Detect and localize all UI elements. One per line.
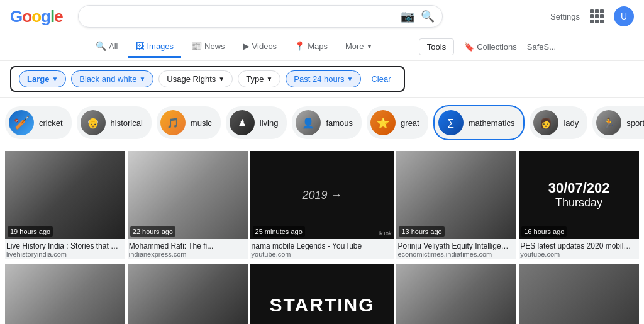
image-title-4: Porinju Veliyath Equity Intelligence ...	[397, 242, 511, 250]
chip-lady[interactable]: 👩 lady	[530, 106, 587, 139]
tab-maps[interactable]: 📍 Maps	[287, 36, 335, 58]
time-filter[interactable]: Past 24 hours ▼	[286, 70, 361, 87]
chevron-down-icon: ▼	[139, 75, 145, 82]
image-info-2: Mohammed Rafi: The fi... indianexpress.c…	[128, 239, 248, 259]
usage-filter[interactable]: Usage Rights ▼	[158, 70, 233, 87]
size-filter[interactable]: Large ▼	[19, 70, 66, 87]
tools-button[interactable]: Tools	[419, 38, 454, 55]
image-grid-row1: 19 hours ago Live History India : Storie…	[0, 148, 644, 262]
mathematics-chip-avatar: ∑	[438, 110, 464, 135]
image-source-1: livehistoryindia.com	[6, 250, 124, 258]
living-chip-avatar: ♟	[230, 110, 255, 135]
chip-famous[interactable]: 👤 famous	[292, 106, 362, 139]
sports-chip-avatar: 🏃	[596, 110, 621, 135]
search-input[interactable]: legends in india	[86, 11, 396, 22]
chevron-down-icon: ▼	[266, 75, 272, 82]
safesearch-link[interactable]: SafeS...	[527, 42, 556, 52]
header-right: Settings U	[550, 6, 634, 26]
timestamp-4: 13 hours ago	[399, 226, 444, 237]
image-item-7[interactable]: 21 hours ago	[128, 264, 248, 324]
tab-videos[interactable]: ▶ Videos	[235, 36, 285, 58]
search-icons: 📷 🔍	[401, 9, 435, 23]
camera-icon[interactable]: 📷	[401, 9, 414, 23]
image-col-1b: 22 hours ago 22 hours ago	[5, 264, 125, 324]
color-filter[interactable]: Black and white ▼	[71, 70, 153, 87]
image-title-3: nama mobile Legends - YouTube	[252, 242, 365, 250]
chevron-down-icon: ▼	[218, 75, 225, 82]
nav-tabs: 🔍 All 🖼 Images 📰 News ▶ Videos 📍 Maps Mo…	[0, 33, 644, 61]
tab-more[interactable]: More ▼	[338, 36, 380, 58]
chip-mathematics[interactable]: ∑ mathematics	[433, 105, 525, 140]
collections-icon: 🔖	[464, 42, 474, 52]
image-item-10[interactable]: 20 minutes ago	[519, 264, 639, 324]
image-col-3b: STARTING 22 hours ago	[250, 264, 394, 324]
image-source-2: indianexpress.com	[129, 250, 247, 258]
images-icon: 🖼	[135, 41, 144, 51]
image-item-6[interactable]: 22 hours ago 22 hours ago	[5, 264, 125, 324]
tiktok-watermark: TikTok	[375, 230, 392, 237]
chevron-down-icon: ▼	[52, 75, 58, 82]
chip-great[interactable]: ⭐ great	[367, 106, 428, 139]
image-info-4: Porinju Veliyath Equity Intelligence ...…	[396, 239, 516, 259]
tools-bar: Large ▼ Black and white ▼ Usage Rights ▼…	[0, 61, 644, 98]
image-col-3: 2019 → 25 minutes ago TikTok nama mobile…	[250, 151, 394, 259]
maps-icon: 📍	[294, 41, 305, 51]
chevron-down-icon: ▼	[347, 75, 353, 82]
image-item-1[interactable]: 19 hours ago Live History India : Storie…	[5, 151, 125, 259]
image-col-5: 30/07/202 Thursday 16 hours ago PES late…	[519, 151, 639, 259]
image-col-2: 22 hours ago Mohammed Rafi: The fi... in…	[128, 151, 248, 259]
tab-news[interactable]: 📰 News	[184, 36, 233, 58]
tab-all[interactable]: 🔍 All	[88, 36, 125, 58]
image-title-2: Mohammed Rafi: The fi...	[129, 242, 242, 250]
famous-chip-avatar: 👤	[296, 110, 321, 135]
chips-bar: 🏏 cricket 👴 historical 🎵 music ♟ living …	[0, 98, 644, 148]
user-avatar[interactable]: U	[614, 6, 634, 26]
clear-button[interactable]: Clear	[366, 71, 396, 87]
chip-living[interactable]: ♟ living	[226, 106, 287, 139]
image-source-5: youtube.com	[520, 250, 638, 258]
chip-sports[interactable]: 🏃 sports	[592, 106, 644, 139]
image-info-3: nama mobile Legends - YouTube youtube.co…	[250, 239, 394, 259]
image-item-9[interactable]: 22 hours ago	[396, 264, 516, 324]
great-chip-avatar: ⭐	[370, 110, 396, 135]
lady-chip-avatar: 👩	[533, 110, 558, 135]
news-icon: 📰	[191, 41, 202, 51]
google-logo[interactable]: Google	[10, 7, 63, 26]
image-title-1: Live History India : Stories that Make .…	[6, 242, 119, 250]
image-source-4: economictimes.indiatimes.com	[397, 250, 515, 258]
image-col-2b: 21 hours ago	[128, 264, 248, 324]
search-bar: legends in india 📷 🔍	[78, 5, 443, 28]
apps-grid-icon[interactable]	[590, 9, 604, 23]
chevron-down-icon: ▼	[367, 43, 373, 50]
historical-chip-avatar: 👴	[80, 110, 106, 135]
timestamp-1: 19 hours ago	[8, 226, 53, 237]
image-item-4[interactable]: 13 hours ago Porinju Veliyath Equity Int…	[396, 151, 516, 259]
image-item-5[interactable]: 30/07/202 Thursday 16 hours ago PES late…	[519, 151, 639, 259]
image-item-3[interactable]: 2019 → 25 minutes ago TikTok nama mobile…	[250, 151, 394, 259]
header: Google legends in india 📷 🔍 Settings U	[0, 0, 644, 33]
tab-images[interactable]: 🖼 Images	[128, 36, 181, 58]
chip-music[interactable]: 🎵 music	[157, 106, 221, 139]
music-chip-avatar: 🎵	[160, 110, 186, 135]
image-col-4b: 22 hours ago	[396, 264, 516, 324]
filters-outline: Large ▼ Black and white ▼ Usage Rights ▼…	[10, 66, 405, 92]
image-item-2[interactable]: 22 hours ago Mohammed Rafi: The fi... in…	[128, 151, 248, 259]
timestamp-5: 16 hours ago	[521, 226, 567, 237]
videos-icon: ▶	[243, 41, 250, 51]
cricket-chip-avatar: 🏏	[9, 110, 34, 135]
all-icon: 🔍	[96, 41, 106, 51]
chip-historical[interactable]: 👴 historical	[77, 106, 152, 139]
image-source-3: youtube.com	[252, 250, 393, 258]
settings-link[interactable]: Settings	[550, 12, 580, 21]
image-col-5b: 20 minutes ago	[519, 264, 639, 324]
image-item-8[interactable]: STARTING 22 hours ago	[250, 264, 394, 324]
collections-link[interactable]: 🔖 Collections	[464, 42, 517, 52]
image-grid-row2: 22 hours ago 22 hours ago 21 hours ago S…	[0, 262, 644, 324]
type-filter[interactable]: Type ▼	[238, 70, 280, 87]
image-col-1: 19 hours ago Live History India : Storie…	[5, 151, 125, 259]
image-title-5: PES latest updates 2020 mobile ...	[520, 242, 633, 250]
chip-cricket[interactable]: 🏏 cricket	[5, 106, 72, 139]
image-info-1: Live History India : Stories that Make .…	[5, 239, 125, 259]
search-icon[interactable]: 🔍	[421, 9, 435, 23]
timestamp-2: 22 hours ago	[130, 226, 175, 237]
